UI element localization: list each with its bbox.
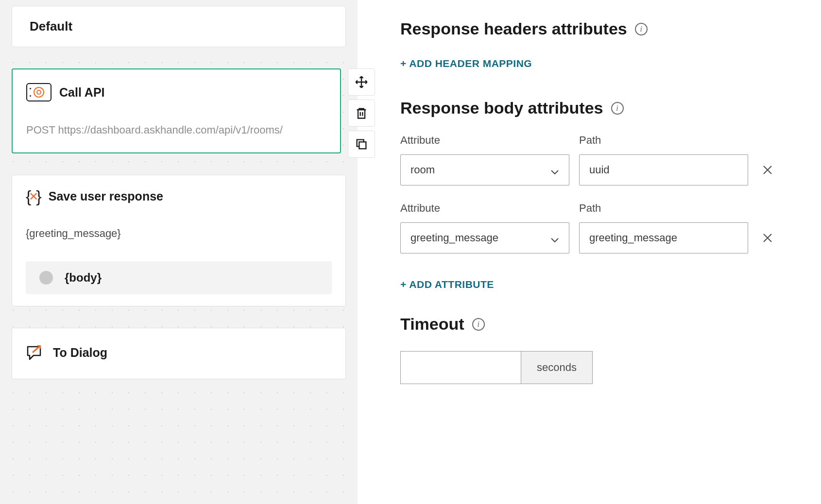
attribute-label: Attribute [400,202,569,215]
braces-icon: {✕} [26,187,41,206]
info-icon[interactable]: i [472,318,485,331]
timeout-unit-label: seconds [521,351,593,384]
copy-icon [355,137,368,151]
path-input[interactable] [589,232,738,244]
node-default-title: Default [30,19,328,34]
response-body-title: Response body attributes [400,99,603,118]
flow-canvas[interactable]: Default Call API POST https://dashboard.… [0,0,358,504]
gear-icon [26,83,51,101]
attribute-row: Attribute greeting_message Path [400,202,778,253]
attribute-select-value: greeting_message [410,232,498,244]
info-icon[interactable]: i [635,23,648,35]
add-attribute-button[interactable]: + ADD ATTRIBUTE [400,279,494,290]
body-chip[interactable]: {body} [26,261,332,294]
response-body-title-row: Response body attributes i [400,99,778,118]
attribute-label: Attribute [400,134,569,147]
remove-attribute-button[interactable] [758,154,777,185]
response-headers-title-row: Response headers attributes i [400,19,778,38]
timeout-title: Timeout [400,315,464,334]
avatar-dot [39,271,53,285]
svg-rect-0 [359,142,366,149]
close-icon [762,233,773,243]
properties-panel: Response headers attributes i + ADD HEAD… [358,0,821,504]
move-icon [355,75,368,89]
node-default[interactable]: Default [12,6,346,47]
body-chip-label: {body} [65,271,102,285]
node-toolbar [348,68,375,158]
path-label: Path [579,202,748,215]
close-icon [762,165,773,175]
greeting-message-text: {greeting_message} [26,227,332,240]
path-label: Path [579,134,748,147]
path-input-wrapper [579,154,748,185]
path-input[interactable] [589,164,738,176]
duplicate-button[interactable] [348,131,375,158]
node-to-dialog[interactable]: To Dialog [12,328,346,379]
path-input-wrapper [579,222,748,253]
node-call-api[interactable]: Call API POST https://dashboard.askhandl… [12,68,341,153]
timeout-title-row: Timeout i [400,315,778,334]
node-call-api-subtext: POST https://dashboard.askhandle.com/api… [26,121,328,139]
node-save-response-title: Save user response [49,189,163,203]
move-button[interactable] [348,68,375,96]
node-save-response[interactable]: {✕} Save user response {greeting_message… [12,175,346,306]
response-headers-title: Response headers attributes [400,19,627,38]
arrow-box-icon [26,344,45,361]
attribute-select[interactable]: greeting_message [400,222,569,253]
trash-icon [355,106,368,120]
node-to-dialog-title: To Dialog [53,346,107,360]
remove-attribute-button[interactable] [758,222,777,253]
attribute-select[interactable]: room [400,154,569,185]
attribute-select-value: room [410,164,435,176]
add-header-mapping-button[interactable]: + ADD HEADER MAPPING [400,58,532,69]
timeout-field: seconds [400,351,778,384]
timeout-input[interactable] [410,352,512,384]
timeout-input-wrapper [400,351,521,384]
attribute-row: Attribute room Path [400,134,778,185]
delete-button[interactable] [348,100,375,127]
node-call-api-title: Call API [59,85,105,100]
info-icon[interactable]: i [611,102,624,115]
chevron-down-icon [550,234,559,242]
chevron-down-icon [550,166,559,174]
